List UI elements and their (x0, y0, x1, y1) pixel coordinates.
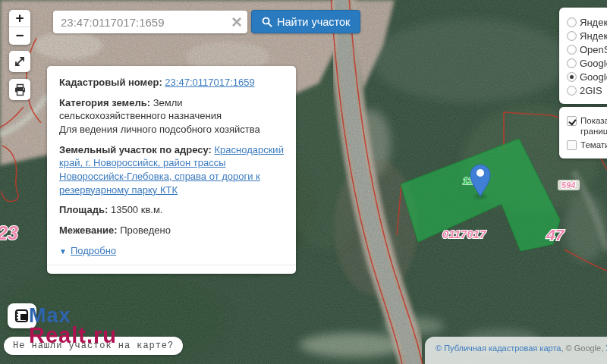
toggle-label: Показать границы (580, 115, 607, 137)
radio-icon[interactable] (567, 86, 577, 96)
radio-icon[interactable] (567, 31, 577, 41)
address-label: Земельный участок по адресу: (59, 144, 212, 155)
address-row: Земельный участок по адресу: Краснодарск… (59, 143, 284, 197)
area-row: Площадь: 13500 кв.м. (59, 203, 284, 217)
area-value: 13500 кв.м. (111, 204, 163, 215)
radio-icon[interactable] (567, 17, 577, 27)
radio-icon[interactable] (567, 72, 577, 82)
survey-label: Межевание: (59, 224, 118, 236)
find-parcel-button[interactable]: Найти участок (251, 10, 360, 33)
parcel-number-label: 47 (546, 226, 565, 243)
category-note: Для ведения личного подсобного хозяйства (59, 124, 260, 135)
realt-logo-button[interactable] (8, 303, 36, 328)
layer-option-label: Google (580, 71, 607, 83)
fullscreen-icon (14, 55, 26, 67)
attribution-google: © Google (566, 344, 602, 353)
layer-option-label: Google (580, 58, 607, 69)
parcel-info-panel: Кадастровый номер: 23:47:0117017:1659 Ка… (47, 66, 296, 274)
cadastral-number-link[interactable]: 23:47:0117017:1659 (165, 77, 254, 88)
toggle-thematic[interactable]: Тематич (567, 140, 607, 150)
zoom-out-button[interactable]: − (9, 27, 30, 45)
zoom-in-button[interactable]: + (9, 10, 30, 27)
search-bar: × (53, 11, 247, 33)
checkbox-icon[interactable] (567, 140, 577, 150)
checkbox-icon[interactable] (567, 116, 577, 126)
panel-divider (47, 265, 296, 265)
radio-icon[interactable] (567, 45, 577, 55)
layer-option-label: 2GIS (580, 85, 602, 96)
details-toggle-link[interactable]: Подробно (71, 245, 116, 256)
fullscreen-button[interactable] (9, 51, 30, 72)
district-number-label: 23 (0, 222, 18, 243)
find-parcel-label: Найти участок (277, 16, 350, 28)
basemap-layer-panel: Яндекс Яндекс OpenS Google Google 2GIS (559, 8, 607, 104)
layer-option-label: Яндекс (580, 17, 607, 28)
layer-option-yandex-map[interactable]: Яндекс (567, 16, 607, 28)
search-input[interactable] (53, 11, 247, 33)
cadastral-number-label: Кадастровый номер: (59, 77, 162, 88)
layer-option-yandex-sat[interactable]: Яндекс (567, 30, 607, 42)
realt-logo-icon (14, 308, 30, 325)
print-icon (14, 83, 27, 96)
layer-option-label: Яндекс (580, 30, 607, 42)
neighbor-parcel-label: 594 (558, 180, 580, 190)
svg-text:594: 594 (561, 180, 575, 190)
search-icon (262, 17, 272, 27)
attribution-map-link[interactable]: © Публичная кадастровая карта (436, 344, 561, 353)
cadastral-map-app: 0117017 47 23 594 12 + − (0, 0, 607, 364)
help-bubble[interactable]: Не нашли участок на карте? (4, 337, 183, 355)
survey-value: Проведено (120, 224, 171, 236)
layer-option-label: OpenS (580, 44, 607, 55)
map-attribution: © Публичная кадастровая карта, © Google,… (425, 337, 607, 364)
toggle-show-borders[interactable]: Показать границы (567, 115, 607, 137)
quarter-number-label: 0117017 (442, 228, 486, 240)
overlay-toggle-panel: Показать границы Тематич (559, 107, 607, 158)
layer-option-google-map[interactable]: Google (567, 57, 607, 69)
category-label: Категория земель: (59, 97, 150, 108)
toggle-label: Тематич (580, 140, 607, 150)
survey-row: Межевание: Проведено (59, 224, 284, 237)
radio-icon[interactable] (567, 58, 577, 68)
category-row: Категория земель: Земли сельскохозяйстве… (59, 96, 284, 136)
cadastral-number-row: Кадастровый номер: 23:47:0117017:1659 (59, 76, 284, 89)
area-label: Площадь: (59, 204, 108, 215)
details-row: ▼Подробно (59, 244, 284, 258)
zoom-control: + − (9, 10, 30, 45)
print-button[interactable] (9, 79, 30, 100)
layer-option-osm[interactable]: OpenS (567, 43, 607, 55)
layer-option-google-sat[interactable]: Google (567, 71, 607, 83)
layer-option-2gis[interactable]: 2GIS (567, 84, 607, 96)
chevron-down-icon: ▼ (59, 247, 67, 256)
clear-search-icon[interactable]: × (231, 11, 242, 33)
